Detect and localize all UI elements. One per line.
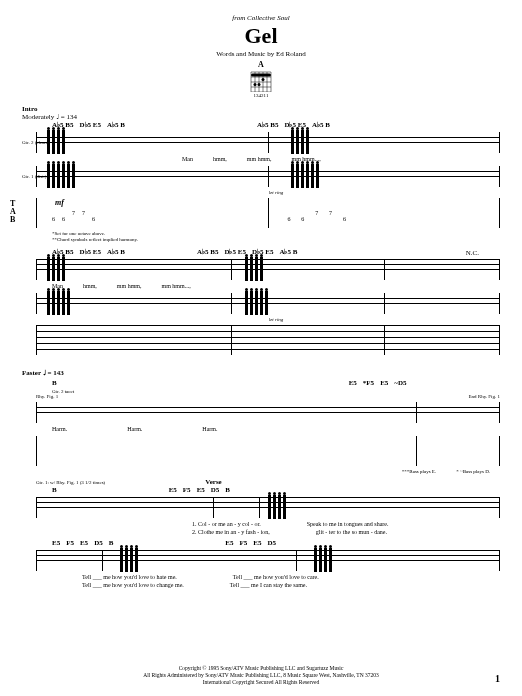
rhy-note: Gtr. 1: w/ Rhy. Fig. 1 (3 1/2 times) [36, 480, 105, 485]
chord-fingering: 134211 [247, 93, 275, 98]
tab-label: TAB [10, 200, 16, 224]
sheet-header: from Collective Soul Gel Words and Music… [22, 14, 500, 101]
verse-lyric-4: Tell ___ me how you'd love to change me.… [22, 582, 500, 588]
intro-tempo: Moderately ♩ = 134 [22, 113, 500, 121]
svg-point-14 [262, 78, 265, 81]
faster-tempo: Faster ♩ = 143 [22, 369, 64, 377]
chord-row-5: E5 F5 E5 D5 B E5 F5 E5 D5 [22, 539, 500, 547]
footnote-2: **Chord symbols reflect implied harmony. [52, 237, 500, 242]
svg-rect-11 [251, 74, 271, 77]
let-ring-2: let ring [52, 317, 500, 322]
chord-row-3: B E5 *F5 E5 ~D5 [22, 379, 500, 387]
intro-label: Intro [22, 105, 500, 113]
tab-staff-1: 6 6 7 7 6 6 6 7 7 6 [36, 198, 500, 228]
page-number: 1 [495, 673, 500, 684]
harm-labels: Harm.Harm.Harm. [22, 426, 500, 432]
staff-notation-1 [36, 132, 500, 153]
footnote-1: *Set for one octave above. [52, 231, 500, 236]
staff-notation-6 [36, 497, 500, 518]
bass-note: ***Bass plays E. [402, 469, 436, 474]
staff-notation-2: mf [36, 166, 500, 187]
copyright-block: Copyright © 1995 Sony/ATV Music Publishi… [0, 665, 522, 686]
nc-label: N.C. [466, 249, 479, 257]
svg-point-13 [258, 83, 261, 86]
chord-row-1: A♭5 B5 D♭5 E5 A♭5 B A♭5 B5 D♭5 E5 A♭5 B [22, 121, 500, 129]
let-ring-1: let ring [52, 190, 500, 195]
svg-point-12 [254, 83, 257, 86]
tab-staff-2 [36, 325, 500, 355]
chord-name: A [247, 60, 275, 69]
staff-notation-7 [36, 550, 500, 571]
lyrics-1: Man hmm, mm hmm, mm hmm..., [22, 156, 500, 162]
chord-diagram-a: A 134 [247, 60, 275, 98]
staff-notation-3: N.C. [36, 259, 500, 280]
chord-row-4: B E5 F5 E5 D5 B [22, 486, 500, 494]
staff-notation-5 [36, 402, 500, 423]
staff-notation-4 [36, 293, 500, 314]
rhy-fig-label: Rhy. Fig. 1 [36, 394, 58, 399]
verse-lyric-2: 2. Clothe me in an - y fash - ion, glit … [22, 529, 500, 535]
song-title: Gel [22, 23, 500, 49]
verse-label: Verse [205, 478, 221, 486]
verse-lyric-3: Tell ___ me how you'd love to hate me. T… [22, 574, 500, 580]
verse-lyric-1: 1. Col - or me an - y col - or. Speak to… [22, 521, 500, 527]
end-rhy-label: End Rhy. Fig. 1 [469, 394, 500, 399]
song-credits: Words and Music by Ed Roland [22, 50, 500, 58]
star-note: * ~Bass plays D. [456, 469, 490, 474]
tab-staff-3 [36, 436, 500, 466]
album-from: from Collective Soul [22, 14, 500, 22]
